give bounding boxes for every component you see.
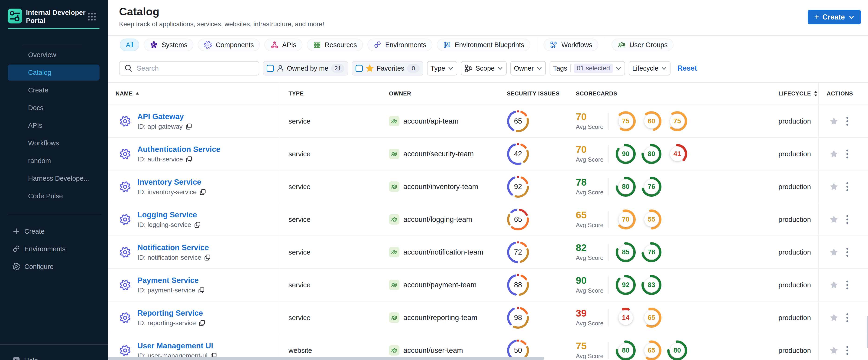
search-input[interactable] [137,64,254,72]
create-button[interactable]: + Create [808,10,861,24]
favorite-star-icon[interactable] [829,182,839,192]
favorite-star-icon[interactable] [829,247,839,257]
row-menu-icon[interactable] [843,116,852,126]
favorite-star-icon[interactable] [829,346,839,356]
row-menu-icon[interactable] [843,182,852,192]
sidebar-item-environments[interactable]: Environments [8,240,99,258]
copy-icon[interactable] [198,287,205,294]
row-menu-icon[interactable] [843,149,852,159]
avg-score-label: Avg Score [576,123,609,130]
app-grid-icon[interactable] [88,12,96,21]
row-menu-icon[interactable] [843,280,852,290]
entity-name-link[interactable]: Notification Service [137,243,211,252]
horizontal-scrollbar[interactable] [108,357,544,360]
sidebar-item-random[interactable]: random [8,153,99,169]
sidebar-item-label: Overview [28,51,56,59]
cell-owner: account/user-team [381,334,499,360]
row-menu-icon[interactable] [843,346,852,356]
copy-icon[interactable] [204,254,211,261]
sidebar-item-label: Harness Develope... [28,175,89,182]
entity-name-block: Payment Service ID: payment-service [137,276,205,294]
sidebar-item-catalog[interactable]: Catalog [8,65,99,81]
entity-name-link[interactable]: Payment Service [137,276,205,285]
favorites-filter[interactable]: Favorites 0 [352,61,423,76]
owned-by-me-filter[interactable]: Owned by me 21 [263,61,348,76]
favorite-star-icon[interactable] [829,149,839,159]
scorecard-rings: 90 80 41 [616,144,687,164]
sidebar-item-create[interactable]: Create [8,222,99,240]
column-header-name[interactable]: NAME [108,83,280,104]
entity-name-link[interactable]: Logging Service [137,210,201,219]
vertical-scrollbar[interactable] [867,316,868,348]
service-gear-icon [119,213,131,226]
scorecard-ring-value: 76 [644,180,659,194]
team-icon [389,312,399,323]
tab-resources[interactable]: Resources [307,38,363,51]
table-row: Payment Service ID: payment-service serv… [108,268,868,301]
tab-apis[interactable]: APIs [265,38,302,51]
tab-workflows[interactable]: Workflows [544,38,598,51]
scorecard-ring-value: 92 [619,278,633,292]
owner-label: account/user-team [403,346,463,355]
entity-name-link[interactable]: User Management UI [137,341,217,350]
lifecycle-dropdown[interactable]: Lifecycle [629,61,671,76]
row-menu-icon[interactable] [843,247,852,257]
favorite-star-icon[interactable] [829,280,839,290]
entity-name-link[interactable]: API Gateway [137,112,192,121]
entity-name-link[interactable]: Reporting Service [137,309,206,318]
row-menu-icon[interactable] [843,312,852,323]
scorecards-divider [609,211,609,228]
favorite-star-icon[interactable] [829,214,839,224]
copy-icon[interactable] [186,156,193,163]
sidebar-item-code-pulse[interactable]: Code Pulse [8,188,99,204]
sidebar-item-workflows[interactable]: Workflows [8,135,99,151]
cell-owner: account/reporting-team [381,301,499,334]
scorecards-divider [609,178,609,195]
reset-filters-link[interactable]: Reset [678,64,697,72]
type-dropdown[interactable]: Type [427,61,457,76]
sidebar-item-help[interactable]: ? Help [12,356,38,360]
entity-name-link[interactable]: Inventory Service [137,178,206,186]
security-issues-donut: 98 [507,307,529,329]
owned-by-me-checkbox[interactable] [267,65,274,72]
avg-score: 70 Avg Score [576,145,609,163]
entity-name-link[interactable]: Authentication Service [137,145,220,154]
favorite-star-icon[interactable] [829,116,839,126]
owner-dropdown[interactable]: Owner [510,61,546,76]
copy-icon[interactable] [185,123,192,130]
tab-all[interactable]: All [120,38,139,51]
brand: Internal Developer Portal [8,8,92,25]
entity-id-text: ID: api-gateway [137,123,183,130]
sidebar-item-label: random [28,157,51,165]
tab-systems[interactable]: Systems [144,38,193,51]
catalog-table: NAME TYPE OWNER SECURITY ISSUES SCORECAR… [108,82,868,360]
sidebar-item-apis[interactable]: APIs [8,118,99,133]
favorite-star-icon[interactable] [829,312,839,323]
tab-components[interactable]: Components [198,38,260,51]
row-menu-icon[interactable] [843,214,852,224]
blueprints-icon [443,41,451,49]
brand-underline [8,28,99,29]
column-header-lifecycle[interactable]: LIFECYCLE [770,83,818,104]
scorecard-ring-value: 60 [644,114,659,128]
copy-icon[interactable] [194,221,201,228]
tags-dropdown[interactable]: Tags 01 selected [550,61,625,76]
favorites-checkbox[interactable] [355,65,363,72]
sidebar-item-overview[interactable]: Overview [8,47,99,63]
scorecards-divider [609,145,609,162]
scorecard-ring: 83 [642,275,661,295]
sidebar-item-harness-develope[interactable]: Harness Develope... [8,171,99,186]
sidebar-item-create[interactable]: Create [8,82,99,98]
sidebar-item-configure[interactable]: Configure [8,258,99,275]
copy-icon[interactable] [199,188,206,196]
cell-actions [818,301,868,334]
scope-dropdown[interactable]: Scope [461,61,507,76]
security-issues-value: 92 [507,176,529,198]
sidebar-item-docs[interactable]: Docs [8,100,99,116]
copy-icon[interactable] [199,320,206,327]
tab-user-groups[interactable]: User Groups [612,38,674,51]
tab-environments[interactable]: Environments [367,38,432,51]
lifecycle-value: production [778,314,811,322]
tab-environment-blueprints[interactable]: Environment Blueprints [437,38,530,51]
chevron-down-icon [448,65,454,71]
